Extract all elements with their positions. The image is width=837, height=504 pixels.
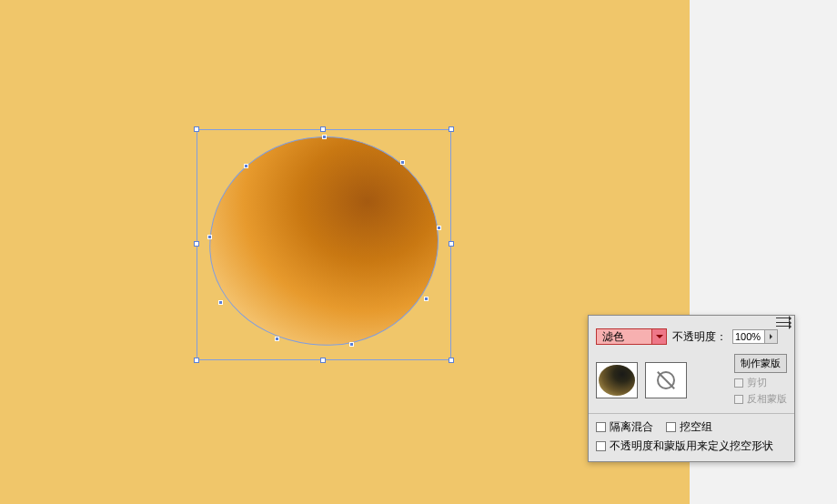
opacity-mask-knockout-checkbox[interactable]: 不透明度和蒙版用来定义挖空形状 bbox=[596, 438, 787, 454]
path-anchor[interactable] bbox=[349, 342, 354, 347]
knockout-group-checkbox[interactable]: 挖空组 bbox=[666, 419, 712, 435]
path-anchor[interactable] bbox=[322, 135, 327, 139]
resize-handle-bm[interactable] bbox=[320, 358, 326, 363]
opacity-label: 不透明度： bbox=[672, 329, 727, 345]
checkbox-icon bbox=[734, 395, 743, 404]
path-anchor[interactable] bbox=[207, 235, 212, 239]
resize-handle-tr[interactable] bbox=[449, 126, 454, 132]
path-anchor[interactable] bbox=[424, 297, 429, 301]
isolate-blending-label: 隔离混合 bbox=[610, 419, 653, 435]
checkbox-icon bbox=[666, 422, 676, 432]
path-anchor[interactable] bbox=[275, 337, 279, 341]
path-anchor[interactable] bbox=[244, 164, 248, 168]
selection-bounding-box[interactable] bbox=[197, 129, 451, 360]
panel-menu-icon[interactable] bbox=[776, 318, 791, 327]
canvas-area[interactable] bbox=[0, 0, 690, 504]
no-mask-icon bbox=[657, 371, 675, 389]
gradient-preview-icon bbox=[599, 365, 635, 396]
checkbox-icon bbox=[596, 422, 606, 432]
path-anchor[interactable] bbox=[437, 226, 441, 230]
object-thumbnail[interactable] bbox=[596, 362, 638, 398]
chevron-down-icon[interactable] bbox=[651, 329, 666, 344]
mask-thumbnail[interactable] bbox=[645, 362, 687, 398]
clip-label: 剪切 bbox=[747, 376, 767, 389]
invert-mask-checkbox: 反相蒙版 bbox=[734, 392, 787, 406]
clip-checkbox: 剪切 bbox=[734, 376, 787, 389]
checkbox-icon bbox=[734, 378, 743, 388]
opacity-mask-knockout-label: 不透明度和蒙版用来定义挖空形状 bbox=[610, 438, 773, 454]
knockout-group-label: 挖空组 bbox=[680, 419, 712, 435]
resize-handle-bl[interactable] bbox=[194, 358, 199, 363]
make-mask-button[interactable]: 制作蒙版 bbox=[734, 354, 787, 373]
blend-mode-value: 滤色 bbox=[597, 329, 651, 344]
resize-handle-mr[interactable] bbox=[449, 241, 454, 247]
blend-mode-dropdown[interactable]: 滤色 bbox=[596, 328, 667, 345]
resize-handle-tm[interactable] bbox=[320, 126, 326, 132]
transparency-panel: 滤色 不透明度： 制作蒙版 剪切 反相蒙版 bbox=[588, 315, 795, 462]
invert-mask-label: 反相蒙版 bbox=[747, 392, 787, 406]
isolate-blending-checkbox[interactable]: 隔离混合 bbox=[596, 419, 653, 435]
resize-handle-br[interactable] bbox=[449, 358, 454, 363]
path-anchor[interactable] bbox=[400, 160, 405, 165]
resize-handle-ml[interactable] bbox=[194, 241, 199, 247]
opacity-input[interactable] bbox=[732, 329, 765, 344]
path-anchor[interactable] bbox=[218, 300, 223, 305]
resize-handle-tl[interactable] bbox=[194, 126, 199, 132]
checkbox-icon bbox=[596, 441, 606, 451]
opacity-stepper[interactable] bbox=[765, 329, 778, 344]
